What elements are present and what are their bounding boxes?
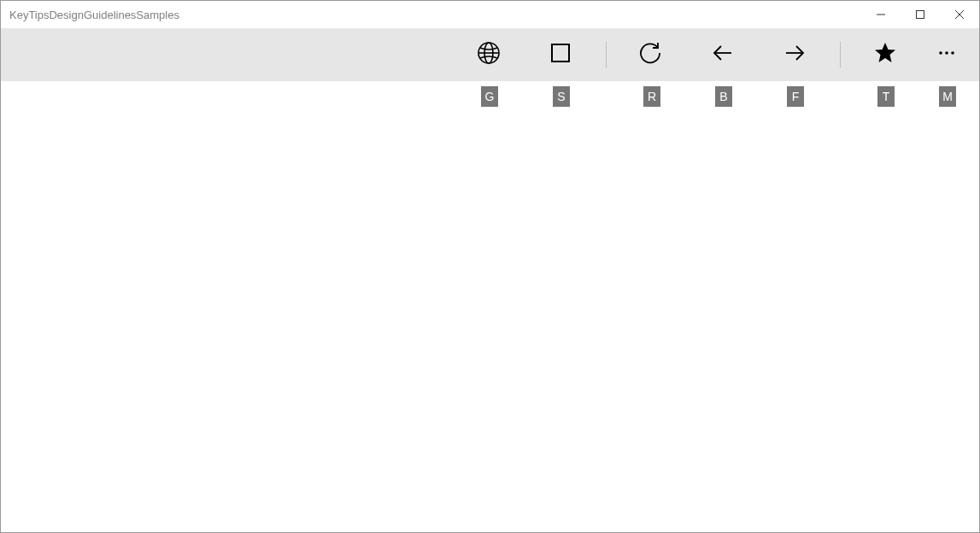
keytip-forward: F xyxy=(787,86,804,107)
svg-rect-1 xyxy=(917,11,924,19)
arrow-left-icon xyxy=(711,41,735,68)
favorite-button[interactable] xyxy=(866,36,904,73)
arrow-right-icon xyxy=(783,41,807,68)
keytip-refresh: R xyxy=(643,86,660,107)
more-button[interactable] xyxy=(928,36,965,73)
svg-point-12 xyxy=(945,51,948,55)
titlebar: KeyTipsDesignGuidelinesSamples xyxy=(1,1,979,28)
refresh-button[interactable] xyxy=(632,36,670,73)
keytip-stop: S xyxy=(553,86,570,107)
svg-point-13 xyxy=(951,51,954,55)
toolbar-separator xyxy=(606,42,607,67)
svg-rect-7 xyxy=(552,44,569,62)
maximize-button[interactable] xyxy=(901,1,940,28)
forward-button[interactable] xyxy=(776,36,813,73)
refresh-icon xyxy=(639,41,663,68)
toolbar xyxy=(1,28,979,81)
svg-point-11 xyxy=(939,51,942,55)
keytip-back: B xyxy=(715,86,732,107)
window-title: KeyTipsDesignGuidelinesSamples xyxy=(9,9,179,21)
more-icon xyxy=(936,43,957,67)
stop-button[interactable] xyxy=(542,36,579,73)
star-icon xyxy=(873,41,897,68)
keytip-more: M xyxy=(939,86,956,107)
minimize-button[interactable] xyxy=(861,1,901,28)
stop-icon xyxy=(550,43,571,67)
window-controls xyxy=(861,1,979,28)
svg-marker-10 xyxy=(875,43,895,62)
back-button[interactable] xyxy=(704,36,742,73)
globe-icon xyxy=(477,41,501,68)
keytip-globe: G xyxy=(481,86,498,107)
close-button[interactable] xyxy=(940,1,979,28)
keytip-star: T xyxy=(877,86,895,107)
toolbar-separator xyxy=(840,42,841,67)
globe-button[interactable] xyxy=(470,36,508,73)
